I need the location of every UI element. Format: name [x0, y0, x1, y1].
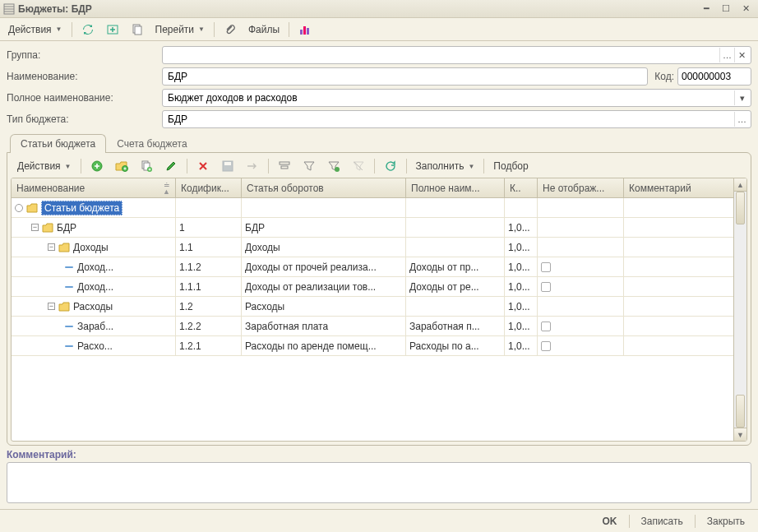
fill-dropdown[interactable]: Заполнить ▼ — [411, 159, 480, 173]
row-comment — [624, 277, 733, 296]
col-k[interactable]: К.. — [505, 178, 538, 197]
tabs: Статьи бюджета Счета бюджета — [7, 133, 751, 152]
filter-settings-icon[interactable] — [273, 158, 296, 174]
separator — [72, 22, 72, 37]
row-name-cell[interactable]: −БДР — [12, 218, 176, 237]
row-name-cell[interactable]: Доход... — [12, 277, 176, 296]
tab-budget-accounts[interactable]: Счета бюджета — [106, 134, 197, 153]
save-button[interactable]: Записать — [633, 513, 691, 530]
add-icon[interactable] — [101, 21, 124, 38]
type-input[interactable] — [164, 113, 734, 126]
table-row[interactable]: −Расходы1.2Расходы1,0... — [12, 297, 733, 317]
col-ne[interactable]: Не отображ... — [538, 178, 624, 197]
scroll-up-icon[interactable]: ▲ — [734, 178, 746, 192]
grid-body[interactable]: Статьи бюджета−БДР1БДР1,0...−Доходы1.1До… — [12, 198, 733, 441]
row-hide-cell — [538, 218, 624, 237]
col-comm[interactable]: Комментарий — [624, 178, 733, 197]
comment-input[interactable] — [7, 462, 751, 503]
files-button[interactable]: Файлы — [243, 22, 284, 37]
delete-icon[interactable] — [192, 158, 215, 174]
row-name-cell[interactable]: Доход... — [12, 257, 176, 276]
fullname-field[interactable]: ▾ — [162, 89, 751, 107]
collapse-icon[interactable]: − — [31, 224, 39, 231]
type-field[interactable]: … — [162, 110, 751, 128]
table-row[interactable]: −БДР1БДР1,0... — [12, 218, 733, 238]
name-field[interactable] — [162, 67, 648, 86]
tab-budget-items[interactable]: Статьи бюджета — [10, 134, 106, 153]
scroll-thumb-bottom[interactable] — [736, 395, 745, 428]
code-input[interactable] — [677, 67, 751, 86]
group-input[interactable] — [164, 49, 719, 62]
goto-dropdown[interactable]: Перейти ▼ — [150, 22, 210, 37]
row-stat — [242, 198, 406, 217]
table-row[interactable]: Доход...1.1.2Доходы от прочей реализа...… — [12, 257, 733, 277]
add-row-icon[interactable] — [86, 158, 109, 174]
select-button[interactable]: Подбор — [488, 159, 533, 173]
table-row[interactable]: Доход...1.1.1Доходы от реализации тов...… — [12, 277, 733, 297]
filter-icon[interactable] — [298, 158, 321, 174]
maximize-button[interactable]: ☐ — [717, 2, 735, 16]
row-full: Доходы от пр... — [406, 257, 505, 276]
radio-icon — [15, 204, 23, 212]
chevron-down-icon: ▼ — [198, 25, 205, 33]
close-form-button[interactable]: Закрыть — [699, 513, 753, 530]
scroll-track[interactable] — [734, 192, 746, 310]
save-icon[interactable] — [216, 158, 239, 174]
sort-icons: ≐▲ — [163, 182, 170, 195]
scroll-track[interactable] — [734, 310, 746, 428]
tab-wrap: Статьи бюджета Счета бюджета Действия ▼ — [7, 133, 751, 446]
row-stat: Расходы — [242, 297, 406, 316]
attach-icon[interactable] — [219, 21, 242, 38]
row-name-cell[interactable]: Расхо... — [12, 336, 176, 355]
table-row[interactable]: −Доходы1.1Доходы1,0... — [12, 238, 733, 257]
row-name-cell[interactable]: Зараб... — [12, 317, 176, 335]
row-name-cell[interactable]: −Расходы — [12, 297, 176, 316]
chart-icon[interactable] — [293, 21, 317, 38]
edit-icon[interactable] — [159, 158, 183, 174]
grid-actions-dropdown[interactable]: Действия ▼ — [12, 159, 76, 173]
dropdown-button[interactable]: ▾ — [734, 90, 749, 105]
copy-icon[interactable] — [126, 21, 149, 38]
col-full[interactable]: Полное наим... — [406, 178, 505, 197]
row-name-cell[interactable]: Статьи бюджета — [12, 198, 176, 217]
collapse-icon[interactable]: − — [48, 243, 55, 251]
add-group-icon[interactable] — [110, 158, 133, 174]
filter-current-icon[interactable] — [322, 158, 345, 174]
move-icon[interactable] — [241, 158, 264, 174]
name-input[interactable] — [164, 70, 645, 83]
actions-dropdown[interactable]: Действия ▼ — [3, 22, 67, 37]
col-name[interactable]: Наименование ≐▲ — [12, 178, 176, 197]
row-name: Зараб... — [77, 321, 113, 332]
fullname-input[interactable] — [164, 91, 734, 104]
table-row[interactable]: Расхо...1.2.1Расходы по аренде помещ...Р… — [12, 336, 733, 356]
row-name-cell[interactable]: −Доходы — [12, 238, 176, 257]
checkbox[interactable] — [541, 341, 551, 351]
scrollbar[interactable]: ▲ ▼ — [733, 178, 746, 441]
checkbox[interactable] — [541, 322, 551, 331]
checkbox[interactable] — [541, 282, 551, 292]
collapse-icon[interactable]: − — [48, 303, 55, 310]
refresh-icon[interactable] — [76, 21, 99, 38]
lookup-button[interactable]: … — [734, 112, 749, 127]
row-k: 1,0... — [505, 257, 538, 276]
row-code: 1.2.2 — [176, 317, 242, 335]
filter-off-icon[interactable] — [347, 158, 370, 174]
group-field[interactable]: … ✕ — [162, 46, 751, 64]
col-stat[interactable]: Статья оборотов — [242, 178, 406, 197]
copy-row-icon[interactable] — [135, 158, 158, 174]
scroll-down-icon[interactable]: ▼ — [734, 428, 746, 441]
row-stat: Доходы от реализации тов... — [242, 277, 406, 296]
col-code[interactable]: Кодифик... — [176, 178, 242, 197]
table-row[interactable]: Статьи бюджета — [12, 198, 733, 218]
checkbox[interactable] — [541, 262, 551, 272]
clear-button[interactable]: ✕ — [734, 48, 749, 62]
reload-icon[interactable] — [379, 158, 402, 174]
separator — [214, 22, 215, 37]
close-button[interactable]: ✕ — [737, 2, 755, 16]
scroll-thumb-top[interactable] — [736, 192, 745, 224]
ok-button[interactable]: OK — [594, 513, 626, 530]
table-row[interactable]: Зараб...1.2.2Заработная платаЗаработная … — [12, 317, 733, 336]
lookup-button[interactable]: … — [719, 48, 734, 62]
minimize-button[interactable]: ━ — [697, 2, 715, 16]
comment-label: Комментарий: — [7, 449, 751, 460]
